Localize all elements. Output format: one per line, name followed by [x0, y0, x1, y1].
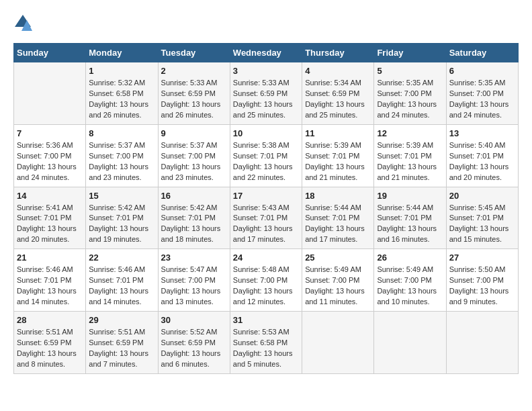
- calendar-cell: 12Sunrise: 5:39 AM Sunset: 7:01 PM Dayli…: [374, 124, 446, 187]
- day-info: Sunrise: 5:49 AM Sunset: 7:00 PM Dayligh…: [377, 265, 443, 308]
- calendar-cell: 7Sunrise: 5:36 AM Sunset: 7:00 PM Daylig…: [14, 124, 86, 187]
- day-info: Sunrise: 5:51 AM Sunset: 6:59 PM Dayligh…: [89, 327, 154, 370]
- day-number: 4: [305, 66, 371, 76]
- day-number: 8: [89, 128, 154, 138]
- day-info: Sunrise: 5:45 AM Sunset: 7:01 PM Dayligh…: [449, 203, 515, 246]
- day-info: Sunrise: 5:44 AM Sunset: 7:01 PM Dayligh…: [377, 203, 443, 246]
- day-number: 21: [17, 253, 83, 263]
- day-info: Sunrise: 5:33 AM Sunset: 6:59 PM Dayligh…: [233, 78, 299, 121]
- day-number: 3: [233, 66, 299, 76]
- day-info: Sunrise: 5:50 AM Sunset: 7:00 PM Dayligh…: [449, 265, 515, 308]
- col-header-sunday: Sunday: [14, 44, 86, 62]
- calendar-cell: 5Sunrise: 5:35 AM Sunset: 7:00 PM Daylig…: [374, 62, 446, 125]
- day-number: 24: [233, 253, 299, 263]
- calendar-cell: 23Sunrise: 5:47 AM Sunset: 7:00 PM Dayli…: [158, 249, 230, 312]
- calendar-cell: 26Sunrise: 5:49 AM Sunset: 7:00 PM Dayli…: [374, 249, 446, 312]
- day-info: Sunrise: 5:51 AM Sunset: 6:59 PM Dayligh…: [17, 327, 83, 370]
- day-info: Sunrise: 5:37 AM Sunset: 7:00 PM Dayligh…: [161, 140, 227, 183]
- calendar-cell: 11Sunrise: 5:39 AM Sunset: 7:01 PM Dayli…: [302, 124, 374, 187]
- col-header-saturday: Saturday: [446, 44, 518, 62]
- day-number: 29: [89, 315, 154, 325]
- day-number: 27: [449, 253, 515, 263]
- calendar-cell: 31Sunrise: 5:53 AM Sunset: 6:58 PM Dayli…: [230, 312, 302, 374]
- day-number: 31: [233, 315, 299, 325]
- col-header-friday: Friday: [374, 44, 446, 62]
- day-info: Sunrise: 5:47 AM Sunset: 7:00 PM Dayligh…: [161, 265, 227, 308]
- day-number: 22: [89, 253, 154, 263]
- day-number: 20: [449, 191, 515, 201]
- calendar-cell: 3Sunrise: 5:33 AM Sunset: 6:59 PM Daylig…: [230, 62, 302, 125]
- calendar-week-4: 21Sunrise: 5:46 AM Sunset: 7:01 PM Dayli…: [14, 249, 519, 312]
- day-info: Sunrise: 5:52 AM Sunset: 6:59 PM Dayligh…: [161, 327, 227, 370]
- day-info: Sunrise: 5:42 AM Sunset: 7:01 PM Dayligh…: [89, 203, 154, 246]
- day-info: Sunrise: 5:46 AM Sunset: 7:01 PM Dayligh…: [17, 265, 83, 308]
- day-number: 1: [89, 66, 154, 76]
- calendar-cell: 22Sunrise: 5:46 AM Sunset: 7:01 PM Dayli…: [86, 249, 158, 312]
- day-info: Sunrise: 5:33 AM Sunset: 6:59 PM Dayligh…: [161, 78, 227, 121]
- calendar-cell: 27Sunrise: 5:50 AM Sunset: 7:00 PM Dayli…: [446, 249, 518, 312]
- calendar-cell: 24Sunrise: 5:48 AM Sunset: 7:00 PM Dayli…: [230, 249, 302, 312]
- day-number: 28: [17, 315, 83, 325]
- day-number: 12: [377, 128, 443, 138]
- calendar-week-5: 28Sunrise: 5:51 AM Sunset: 6:59 PM Dayli…: [14, 312, 519, 374]
- calendar-cell: 9Sunrise: 5:37 AM Sunset: 7:00 PM Daylig…: [158, 124, 230, 187]
- calendar-week-3: 14Sunrise: 5:41 AM Sunset: 7:01 PM Dayli…: [14, 187, 519, 249]
- day-info: Sunrise: 5:39 AM Sunset: 7:01 PM Dayligh…: [377, 140, 443, 183]
- calendar-cell: [302, 312, 374, 374]
- day-number: 30: [161, 315, 227, 325]
- calendar-cell: [446, 312, 518, 374]
- page-header: [13, 13, 519, 32]
- day-info: Sunrise: 5:36 AM Sunset: 7:00 PM Dayligh…: [17, 140, 83, 183]
- calendar-week-1: 1Sunrise: 5:32 AM Sunset: 6:58 PM Daylig…: [14, 62, 519, 125]
- calendar-cell: 25Sunrise: 5:49 AM Sunset: 7:00 PM Dayli…: [302, 249, 374, 312]
- calendar-cell: 29Sunrise: 5:51 AM Sunset: 6:59 PM Dayli…: [86, 312, 158, 374]
- day-info: Sunrise: 5:39 AM Sunset: 7:01 PM Dayligh…: [305, 140, 371, 183]
- calendar-cell: 21Sunrise: 5:46 AM Sunset: 7:01 PM Dayli…: [14, 249, 86, 312]
- day-number: 14: [17, 191, 83, 201]
- col-header-thursday: Thursday: [302, 44, 374, 62]
- day-number: 6: [449, 66, 515, 76]
- calendar-cell: 19Sunrise: 5:44 AM Sunset: 7:01 PM Dayli…: [374, 187, 446, 249]
- calendar-week-2: 7Sunrise: 5:36 AM Sunset: 7:00 PM Daylig…: [14, 124, 519, 187]
- col-header-monday: Monday: [86, 44, 158, 62]
- calendar-cell: 20Sunrise: 5:45 AM Sunset: 7:01 PM Dayli…: [446, 187, 518, 249]
- calendar-cell: 15Sunrise: 5:42 AM Sunset: 7:01 PM Dayli…: [86, 187, 158, 249]
- day-number: 18: [305, 191, 371, 201]
- day-info: Sunrise: 5:46 AM Sunset: 7:01 PM Dayligh…: [89, 265, 154, 308]
- logo-icon: [13, 13, 32, 32]
- day-info: Sunrise: 5:53 AM Sunset: 6:58 PM Dayligh…: [233, 327, 299, 370]
- day-info: Sunrise: 5:37 AM Sunset: 7:00 PM Dayligh…: [89, 140, 154, 183]
- day-number: 19: [377, 191, 443, 201]
- day-info: Sunrise: 5:40 AM Sunset: 7:01 PM Dayligh…: [449, 140, 515, 183]
- calendar-cell: 16Sunrise: 5:42 AM Sunset: 7:01 PM Dayli…: [158, 187, 230, 249]
- calendar-cell: 18Sunrise: 5:44 AM Sunset: 7:01 PM Dayli…: [302, 187, 374, 249]
- calendar-cell: 10Sunrise: 5:38 AM Sunset: 7:01 PM Dayli…: [230, 124, 302, 187]
- calendar-cell: 14Sunrise: 5:41 AM Sunset: 7:01 PM Dayli…: [14, 187, 86, 249]
- col-header-wednesday: Wednesday: [230, 44, 302, 62]
- day-number: 10: [233, 128, 299, 138]
- col-header-tuesday: Tuesday: [158, 44, 230, 62]
- day-info: Sunrise: 5:38 AM Sunset: 7:01 PM Dayligh…: [233, 140, 299, 183]
- day-info: Sunrise: 5:48 AM Sunset: 7:00 PM Dayligh…: [233, 265, 299, 308]
- calendar-cell: 6Sunrise: 5:35 AM Sunset: 7:00 PM Daylig…: [446, 62, 518, 125]
- calendar-cell: [374, 312, 446, 374]
- day-info: Sunrise: 5:32 AM Sunset: 6:58 PM Dayligh…: [89, 78, 154, 121]
- day-number: 9: [161, 128, 227, 138]
- calendar-cell: 2Sunrise: 5:33 AM Sunset: 6:59 PM Daylig…: [158, 62, 230, 125]
- day-number: 5: [377, 66, 443, 76]
- day-number: 26: [377, 253, 443, 263]
- day-number: 7: [17, 128, 83, 138]
- calendar-cell: [14, 62, 86, 125]
- calendar-cell: 1Sunrise: 5:32 AM Sunset: 6:58 PM Daylig…: [86, 62, 158, 125]
- day-info: Sunrise: 5:34 AM Sunset: 6:59 PM Dayligh…: [305, 78, 371, 121]
- day-info: Sunrise: 5:35 AM Sunset: 7:00 PM Dayligh…: [377, 78, 443, 121]
- day-info: Sunrise: 5:41 AM Sunset: 7:01 PM Dayligh…: [17, 203, 83, 246]
- day-info: Sunrise: 5:44 AM Sunset: 7:01 PM Dayligh…: [305, 203, 371, 246]
- calendar-header: SundayMondayTuesdayWednesdayThursdayFrid…: [14, 44, 519, 62]
- day-number: 17: [233, 191, 299, 201]
- day-number: 16: [161, 191, 227, 201]
- calendar-cell: 8Sunrise: 5:37 AM Sunset: 7:00 PM Daylig…: [86, 124, 158, 187]
- calendar-cell: 30Sunrise: 5:52 AM Sunset: 6:59 PM Dayli…: [158, 312, 230, 374]
- calendar-cell: 13Sunrise: 5:40 AM Sunset: 7:01 PM Dayli…: [446, 124, 518, 187]
- day-info: Sunrise: 5:35 AM Sunset: 7:00 PM Dayligh…: [449, 78, 515, 121]
